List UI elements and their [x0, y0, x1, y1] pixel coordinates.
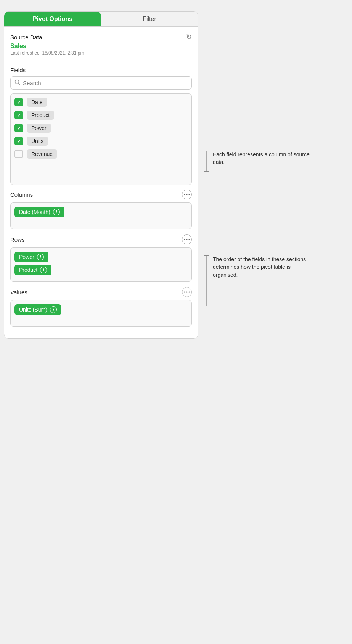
svg-point-4 — [189, 194, 190, 195]
search-input[interactable] — [23, 80, 188, 86]
annotation-line-1 — [204, 151, 209, 172]
svg-point-6 — [186, 239, 188, 240]
checkbox-revenue[interactable] — [14, 150, 23, 158]
rows-product-info-icon[interactable]: i — [40, 267, 47, 273]
svg-point-5 — [184, 239, 185, 240]
columns-pill-label: Date (Month) — [19, 209, 50, 215]
annotation-text-fields: Each field represents a column of source… — [213, 151, 314, 166]
pivot-panel: Pivot Options Filter Source Data ↻ Sales… — [4, 11, 198, 339]
tab-bar: Pivot Options Filter — [4, 12, 198, 27]
fields-label: Fields — [10, 67, 192, 73]
source-data-label: Source Data — [10, 34, 42, 40]
vline-2 — [206, 256, 207, 306]
svg-point-2 — [184, 194, 185, 195]
checkbox-product[interactable] — [14, 111, 23, 119]
rows-pill-product-label: Product — [19, 267, 37, 273]
divider-1 — [10, 61, 192, 61]
columns-pill-date-month[interactable]: Date (Month) i — [14, 207, 64, 217]
rows-pill-power[interactable]: Power i — [14, 252, 48, 262]
columns-box: Date (Month) i — [10, 202, 192, 229]
rows-section: Rows Power i — [10, 234, 192, 282]
source-data-header-row: Source Data ↻ — [10, 33, 192, 41]
refresh-icon[interactable]: ↻ — [186, 33, 192, 41]
source-data-section: Source Data ↻ Sales Last refreshed: 16/0… — [10, 33, 192, 56]
values-header: Values — [10, 287, 192, 297]
field-row-power: Power — [14, 124, 188, 133]
field-pill-revenue: Revenue — [27, 149, 57, 159]
field-pill-date: Date — [27, 98, 47, 107]
svg-point-8 — [184, 292, 185, 293]
rows-label: Rows — [10, 236, 25, 243]
rows-more-icon[interactable] — [182, 234, 192, 244]
annotation-sections: The order of the fields in these section… — [204, 255, 314, 306]
columns-section: Columns Date (Month) i — [10, 190, 192, 229]
annotations-area: Each field represents a column of source… — [204, 11, 314, 306]
values-more-icon[interactable] — [182, 287, 192, 297]
values-info-icon[interactable]: i — [50, 306, 57, 313]
last-refreshed: Last refreshed: 16/08/2021, 2:31 pm — [10, 50, 192, 56]
rows-header: Rows — [10, 234, 192, 244]
annotation-line-2 — [204, 255, 209, 306]
rows-pill-power-label: Power — [19, 254, 34, 260]
checkbox-power[interactable] — [14, 124, 23, 132]
svg-point-9 — [186, 292, 188, 293]
panel-content: Source Data ↻ Sales Last refreshed: 16/0… — [4, 27, 198, 338]
field-pill-product: Product — [27, 111, 54, 120]
rows-power-info-icon[interactable]: i — [37, 254, 44, 260]
fields-section: Fields Date — [10, 67, 192, 185]
tick-2b — [204, 306, 209, 307]
rows-box: Power i Product i — [10, 247, 192, 282]
annotation-fields: Each field represents a column of source… — [204, 151, 314, 172]
annotation-text-sections: The order of the fields in these section… — [213, 255, 314, 279]
values-box: Units (Sum) i — [10, 300, 192, 327]
checkbox-date[interactable] — [14, 98, 23, 106]
columns-label: Columns — [10, 191, 33, 198]
tick-1b — [204, 171, 209, 172]
values-label: Values — [10, 289, 27, 296]
field-pill-power: Power — [27, 124, 51, 133]
svg-point-3 — [186, 194, 188, 195]
columns-header: Columns — [10, 190, 192, 199]
field-row-revenue: Revenue — [14, 149, 188, 159]
field-row-units: Units — [14, 137, 188, 146]
search-box — [10, 76, 192, 90]
field-pill-units: Units — [27, 137, 48, 146]
fields-list-box: Date Product Power Units — [10, 93, 192, 185]
tab-pivot-options[interactable]: Pivot Options — [4, 12, 101, 26]
svg-point-7 — [189, 239, 190, 240]
values-pill-units-sum-label: Units (Sum) — [19, 307, 47, 313]
rows-pill-product[interactable]: Product i — [14, 265, 51, 275]
svg-point-10 — [189, 292, 190, 293]
svg-line-1 — [19, 84, 20, 85]
search-icon — [14, 79, 21, 87]
source-name[interactable]: Sales — [10, 43, 192, 50]
checkbox-units[interactable] — [14, 137, 23, 145]
values-pill-units-sum[interactable]: Units (Sum) i — [14, 304, 61, 315]
field-row-date: Date — [14, 98, 188, 107]
field-row-product: Product — [14, 111, 188, 120]
columns-more-icon[interactable] — [182, 190, 192, 199]
page-container: Pivot Options Filter Source Data ↻ Sales… — [0, 0, 352, 644]
values-section: Values Units (Sum) i — [10, 287, 192, 327]
vline-1 — [206, 151, 207, 171]
tab-filter[interactable]: Filter — [101, 12, 198, 26]
columns-info-icon[interactable]: i — [53, 209, 60, 215]
